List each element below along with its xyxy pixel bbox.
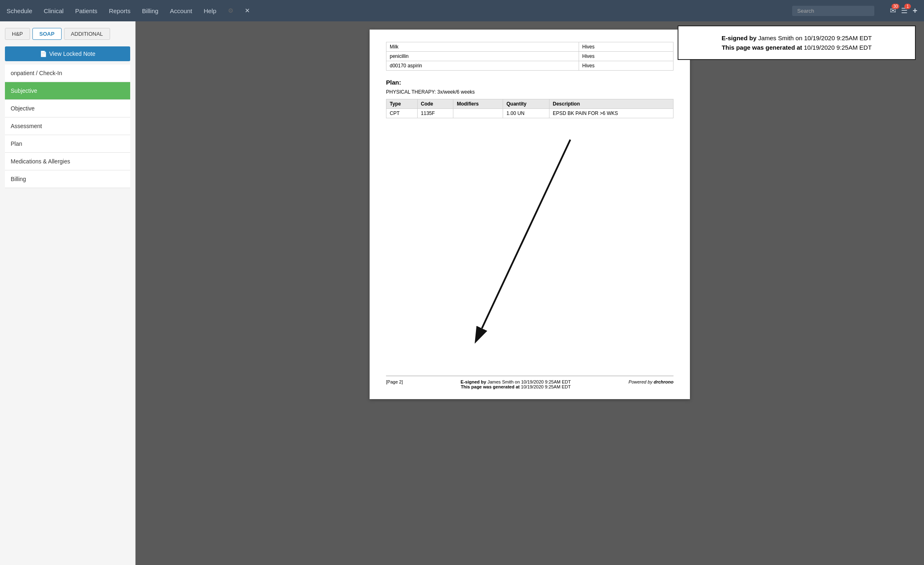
plan-row-modifiers [453, 109, 503, 118]
footer-right: Powered by drchrono [629, 379, 673, 384]
plan-row-quantity: 1.00 UN [503, 109, 549, 118]
allergy-substance: penicillin [386, 52, 579, 61]
nav-reports[interactable]: Reports [109, 7, 131, 14]
tab-buttons: H&P SOAP ADDITIONAL [5, 28, 130, 40]
allergy-substance: Milk [386, 42, 579, 52]
sidebar-item-med-allergies[interactable]: Medications & Allergies [5, 153, 130, 170]
callout-box: E-signed by James Smith on 10/19/2020 9:… [678, 25, 916, 60]
footer-generated-bold: This page was generated at [461, 384, 520, 389]
alert-icon-button[interactable]: ☰ 1 [901, 6, 908, 15]
sidebar: H&P SOAP ADDITIONAL 📄 View Locked Note o… [0, 21, 136, 565]
callout-esigned-on: on 10/19/2020 9:25AM EDT [795, 34, 872, 41]
sidebar-item-billing[interactable]: Billing [5, 170, 130, 188]
nav-close[interactable]: ✕ [245, 7, 250, 14]
document-page: Milk Hives penicillin Hives d00170 aspir… [370, 30, 690, 399]
sidebar-item-subjective[interactable]: Subjective [5, 82, 130, 100]
add-icon[interactable]: + [913, 6, 917, 16]
footer-esigned-on: on 10/19/2020 9:25AM EDT [515, 379, 571, 384]
mail-badge: 30 [892, 4, 899, 9]
main-layout: H&P SOAP ADDITIONAL 📄 View Locked Note o… [0, 21, 924, 565]
allergy-reaction: Hives [579, 52, 673, 61]
footer-generated-time: 10/19/2020 9:25AM EDT [521, 384, 571, 389]
callout-esigned-bold: E-signed by [722, 34, 756, 41]
plan-table: Type Code Modifiers Quantity Description… [386, 99, 673, 118]
tab-soap[interactable]: SOAP [32, 28, 62, 40]
nav-patients[interactable]: Patients [75, 7, 97, 14]
table-row: d00170 aspirin Hives [386, 61, 673, 71]
search-input[interactable] [792, 6, 874, 16]
allergy-table: Milk Hives penicillin Hives d00170 aspir… [386, 42, 673, 71]
plan-title: Plan: [386, 79, 673, 86]
plan-col-modifiers: Modifiers [453, 99, 503, 109]
table-row: Milk Hives [386, 42, 673, 52]
sidebar-item-objective[interactable]: Objective [5, 100, 130, 117]
nav-clinical[interactable]: Clinical [44, 7, 64, 14]
nav-separator1: ⚙ [228, 7, 233, 14]
footer-generated-line: This page was generated at 10/19/2020 9:… [461, 384, 571, 389]
callout-line2: This page was generated at 10/19/2020 9:… [691, 44, 903, 51]
page-spacer [386, 126, 673, 324]
plan-col-code: Code [417, 99, 453, 109]
allergy-reaction: Hives [579, 42, 673, 52]
sidebar-item-plan[interactable]: Plan [5, 135, 130, 153]
allergy-substance: d00170 aspirin [386, 61, 579, 71]
nav-billing[interactable]: Billing [142, 7, 159, 14]
sidebar-item-checkin[interactable]: onpatient / Check-In [5, 64, 130, 82]
callout-generated-time: 10/19/2020 9:25AM EDT [804, 44, 871, 51]
nav-schedule[interactable]: Schedule [7, 7, 32, 14]
tab-hp[interactable]: H&P [5, 28, 30, 40]
footer-esigned-bold: E-signed by [461, 379, 486, 384]
tab-additional[interactable]: ADDITIONAL [64, 28, 110, 40]
page-footer: [Page 2] E-signed by James Smith on 10/1… [386, 376, 673, 389]
plan-col-description: Description [549, 99, 673, 109]
allergy-reaction: Hives [579, 61, 673, 71]
plan-subtitle: PHYSICAL THERAPY: 3x/week/6 weeks [386, 89, 673, 95]
navbar: Schedule Clinical Patients Reports Billi… [0, 0, 924, 21]
view-locked-note-button[interactable]: 📄 View Locked Note [5, 46, 130, 61]
footer-esigned-line: E-signed by James Smith on 10/19/2020 9:… [461, 379, 571, 384]
nav-account[interactable]: Account [170, 7, 192, 14]
mail-icon-button[interactable]: ✉ 30 [890, 6, 896, 15]
footer-center: E-signed by James Smith on 10/19/2020 9:… [461, 379, 571, 389]
plan-row-type: CPT [386, 109, 418, 118]
nav-help[interactable]: Help [204, 7, 216, 14]
document-icon: 📄 [40, 51, 47, 57]
callout-generated-bold: This page was generated at [722, 44, 802, 51]
navbar-icons: ✉ 30 ☰ 1 + [890, 6, 917, 16]
view-locked-label: View Locked Note [49, 51, 96, 57]
table-row: penicillin Hives [386, 52, 673, 61]
plan-row-code: 1135F [417, 109, 453, 118]
plan-col-type: Type [386, 99, 418, 109]
footer-powered-italic: Powered by drchrono [629, 379, 673, 384]
content-area: E-signed by James Smith on 10/19/2020 9:… [136, 21, 924, 565]
callout-line1: E-signed by James Smith on 10/19/2020 9:… [691, 34, 903, 41]
plan-col-quantity: Quantity [503, 99, 549, 109]
sidebar-item-assessment[interactable]: Assessment [5, 117, 130, 135]
plan-row-description: EPSD BK PAIN FOR >6 WKS [549, 109, 673, 118]
table-row: CPT 1135F 1.00 UN EPSD BK PAIN FOR >6 WK… [386, 109, 673, 118]
footer-page-label: [Page 2] [386, 379, 403, 384]
footer-esigned-name: James Smith [487, 379, 515, 384]
callout-esigned-name: James Smith [758, 34, 794, 41]
alert-badge: 1 [904, 4, 911, 9]
